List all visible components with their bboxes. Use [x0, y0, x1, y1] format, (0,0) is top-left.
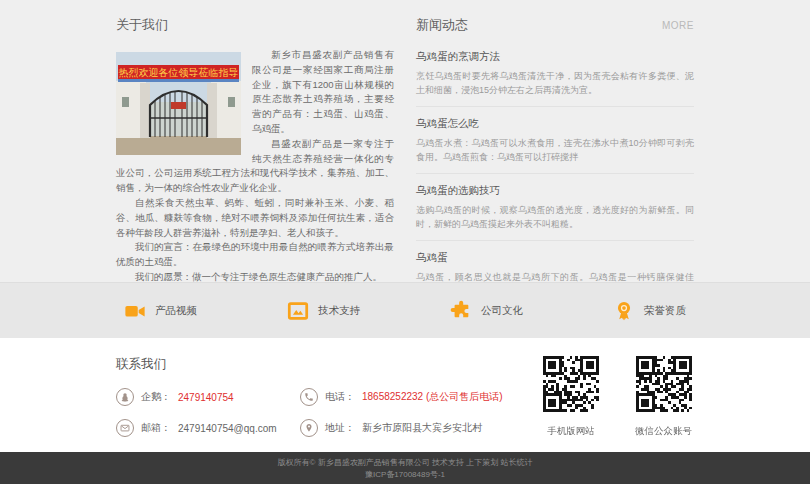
wechat-qr-image — [636, 356, 692, 412]
feature-label: 技术支持 — [318, 304, 360, 318]
contact-value: 新乡市原阳县大宾乡安北村 — [362, 421, 482, 435]
gate-banner-text: 热烈欢迎各位领导莅临指导 — [119, 67, 239, 78]
news-list-item[interactable]: 乌鸡蛋的选购技巧 选购乌鸡蛋的时候，观察乌鸡蛋的透光度，透光度好的为新鲜蛋。同时… — [416, 182, 694, 241]
qr-mobile-site: 手机版网站 — [543, 356, 599, 438]
puzzle-icon — [450, 300, 472, 322]
news-list-item[interactable]: 乌鸡蛋的烹调方法 烹饪乌鸡蛋时要先将乌鸡蛋清洗干净，因为蛋壳会粘有许多粪便、泥土… — [416, 48, 694, 107]
about-paragraph: 我们的愿景：做一个专注于绿色原生态健康产品的推广人。 — [116, 270, 394, 282]
news-item-title[interactable]: 乌鸡蛋怎么吃 — [416, 117, 694, 131]
feature-product-video[interactable]: 产品视频 — [124, 300, 197, 322]
about-body: 热烈欢迎各位领导莅临指导 新乡市昌盛农副产品销售有限公司是一家经国家工商局注册企… — [116, 48, 394, 282]
news-list-item[interactable]: 乌鸡蛋 乌鸡蛋，顾名思义也就是乌鸡所下的蛋。乌鸡蛋是一种钙膳保健佳品，含有的有机… — [416, 249, 694, 282]
copyright-text: 版权所有© 新乡昌盛农副产品销售有限公司 技术支持 上下策划 站长统计 — [0, 457, 810, 469]
news-item-summary: 选购乌鸡蛋的时候，观察乌鸡蛋的透光度，透光度好的为新鲜蛋。同时，新鲜的乌鸡蛋摸起… — [416, 203, 694, 231]
company-gate-photo: 热烈欢迎各位领导莅临指导 — [116, 52, 241, 155]
image-icon — [287, 300, 309, 322]
qr-label: 微信公众账号 — [635, 425, 692, 438]
copyright-bar: 版权所有© 新乡昌盛农副产品销售有限公司 技术支持 上下策划 站长统计 豫ICP… — [0, 452, 810, 484]
news-item-title[interactable]: 乌鸡蛋的烹调方法 — [416, 50, 694, 64]
about-title: 关于我们 — [116, 16, 168, 34]
phone-icon — [300, 388, 318, 406]
news-item-summary: 烹饪乌鸡蛋时要先将乌鸡蛋清洗干净，因为蛋壳会粘有许多粪便、泥土和细菌，浸泡15分… — [416, 69, 694, 97]
feature-label: 荣誉资质 — [644, 304, 686, 318]
contact-value: 2479140754@qq.com — [178, 423, 277, 434]
contact-qq: 企鹅： 2479140754 — [116, 388, 294, 406]
about-paragraph: 自然采食天然虫草、蚂蚱、蚯蚓，同时兼补玉米、小麦、稻谷、地瓜、糠麸等食物，绝对不… — [116, 196, 394, 240]
news-item-title[interactable]: 乌鸡蛋的选购技巧 — [416, 184, 694, 198]
medal-icon — [613, 300, 635, 322]
icp-number: 豫ICP备17008489号-1 — [0, 469, 810, 481]
contact-value: 2479140754 — [178, 392, 234, 403]
contact-value: 18658252232 (总公司售后电话) — [362, 390, 503, 404]
contact-section: 联系我们 企鹅： 2479140754 电话： 18658252232 (总公司… — [0, 338, 810, 452]
qr-wechat: 微信公众账号 — [635, 356, 692, 438]
top-section: 关于我们 — [0, 0, 810, 282]
qr-label: 手机版网站 — [543, 425, 599, 438]
about-paragraph: 我们的宣言：在最绿色的环境中用最自然的喂养方式培养出最优质的土鸡蛋。 — [116, 240, 394, 270]
contact-address: 地址： 新乡市原阳县大宾乡安北村 — [300, 419, 506, 437]
feature-honors[interactable]: 荣誉资质 — [613, 300, 686, 322]
news-list-item[interactable]: 乌鸡蛋怎么吃 乌鸡蛋水煮：乌鸡蛋可以水煮食用，连壳在沸水中煮10分钟即可剥壳食用… — [416, 115, 694, 174]
feature-label: 产品视频 — [155, 304, 197, 318]
news-item-summary: 乌鸡蛋水煮：乌鸡蛋可以水煮食用，连壳在沸水中煮10分钟即可剥壳食用。乌鸡蛋煎食：… — [416, 136, 694, 164]
news-title: 新闻动态 — [416, 16, 468, 34]
mail-icon — [116, 419, 134, 437]
location-icon — [300, 419, 318, 437]
mobile-site-qr-image — [543, 356, 599, 412]
feature-label: 公司文化 — [481, 304, 523, 318]
contact-label: 企鹅： — [141, 390, 171, 404]
contact-label: 电话： — [325, 390, 355, 404]
feature-tech-support[interactable]: 技术支持 — [287, 300, 360, 322]
contact-label: 邮箱： — [141, 421, 171, 435]
news-item-title[interactable]: 乌鸡蛋 — [416, 251, 694, 265]
about-section: 关于我们 — [116, 6, 394, 282]
news-item-summary: 乌鸡蛋，顾名思义也就是乌鸡所下的蛋。乌鸡蛋是一种钙膳保健佳品，含有的有机钙是普通… — [416, 270, 694, 282]
qr-code-area: 手机版网站 微信公众账号 — [543, 356, 692, 438]
feature-company-culture[interactable]: 公司文化 — [450, 300, 523, 322]
feature-strip: 产品视频 技术支持 公司文化 荣誉资质 — [0, 282, 810, 338]
news-more-link[interactable]: MORE — [662, 20, 694, 31]
contact-label: 地址： — [325, 421, 355, 435]
qq-icon — [116, 388, 134, 406]
contact-phone: 电话： 18658252232 (总公司售后电话) — [300, 388, 506, 406]
video-icon — [124, 300, 146, 322]
news-section: 新闻动态 MORE 乌鸡蛋的烹调方法 烹饪乌鸡蛋时要先将乌鸡蛋清洗干净，因为蛋壳… — [416, 6, 694, 282]
contact-email: 邮箱： 2479140754@qq.com — [116, 419, 294, 437]
